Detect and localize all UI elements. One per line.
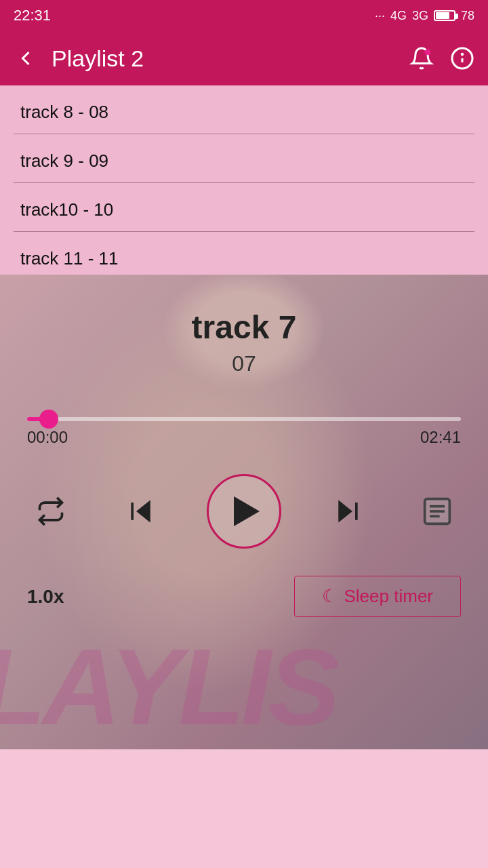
back-button[interactable] — [11, 43, 41, 73]
list-item[interactable]: track 11 - 11 — [0, 232, 488, 275]
battery-level: 78 — [461, 9, 474, 23]
svg-marker-7 — [339, 501, 351, 521]
repeat-button[interactable] — [27, 488, 75, 535]
list-item[interactable]: track 9 - 09 — [0, 134, 488, 177]
player-controls — [27, 474, 461, 549]
player-track-name: track 7 — [192, 309, 297, 346]
signal-3g: 3G — [412, 9, 428, 23]
battery-icon — [434, 10, 455, 21]
player-section: LAYLIS track 7 07 00:00 02:41 — [0, 275, 488, 749]
progress-container: 00:00 02:41 — [27, 417, 461, 447]
svg-text:+: + — [426, 53, 429, 57]
signal-4g: 4G — [390, 9, 407, 23]
player-track-number: 07 — [232, 351, 256, 376]
track-list: track 8 - 08 track 9 - 09 track10 - 10 t… — [0, 85, 488, 275]
status-bar: 22:31 ··· 4G 3G 78 — [0, 0, 488, 31]
list-item[interactable]: track10 - 10 — [0, 183, 488, 226]
list-item[interactable]: track 8 - 08 — [0, 85, 488, 128]
playlist-button[interactable] — [413, 488, 461, 535]
status-icons: ··· 4G 3G 78 — [375, 9, 474, 23]
signal-dots: ··· — [375, 9, 385, 23]
player-bottom: 1.0x ☾ Sleep timer — [27, 576, 461, 617]
player-content: track 7 07 00:00 02:41 — [0, 275, 488, 749]
play-icon — [234, 496, 260, 526]
previous-button[interactable] — [117, 488, 165, 535]
info-button[interactable] — [447, 43, 477, 73]
notification-bell-button[interactable]: + — [407, 43, 436, 73]
next-button[interactable] — [324, 488, 371, 535]
status-time: 22:31 — [14, 7, 51, 24]
sleep-timer-label: Sleep timer — [344, 586, 434, 607]
sleep-timer-button[interactable]: ☾ Sleep timer — [294, 576, 462, 617]
sleep-icon: ☾ — [322, 586, 338, 607]
progress-thumb[interactable] — [39, 410, 58, 429]
progress-bar[interactable] — [27, 417, 461, 421]
progress-times: 00:00 02:41 — [27, 428, 461, 447]
current-time: 00:00 — [27, 428, 68, 447]
svg-marker-5 — [137, 501, 149, 521]
total-time: 02:41 — [420, 428, 461, 447]
app-bar-title: Playlist 2 — [52, 45, 396, 72]
play-button[interactable] — [207, 474, 281, 549]
speed-label[interactable]: 1.0x — [27, 586, 64, 608]
app-bar: Playlist 2 + — [0, 31, 488, 85]
